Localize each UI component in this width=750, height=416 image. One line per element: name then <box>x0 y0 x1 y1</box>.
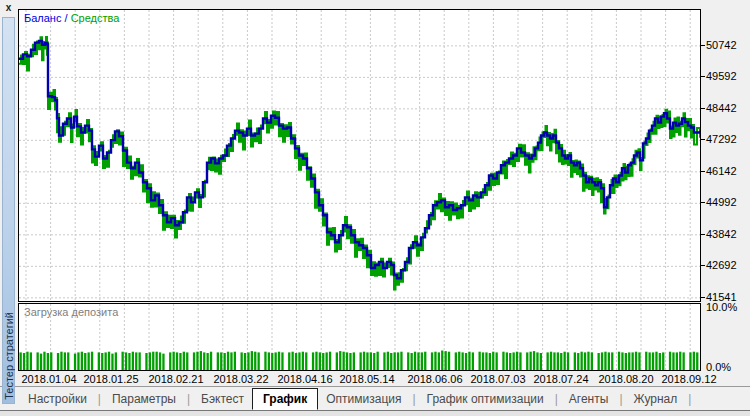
deposit-load-bar <box>176 352 178 370</box>
deposit-load-bar <box>275 352 277 370</box>
deposit-load-bar <box>509 353 511 370</box>
legend-equity-label: Средства <box>71 12 120 24</box>
deposit-load-bar <box>397 352 399 370</box>
deposit-load-bar <box>288 352 290 370</box>
deposit-load-bar <box>37 352 39 370</box>
tab-1[interactable]: Параметры <box>108 390 180 408</box>
tab-6[interactable]: Агенты <box>565 390 613 408</box>
deposit-load-bar <box>632 352 634 370</box>
y-axis-label: 47292 <box>706 133 737 145</box>
deposit-load-bar <box>302 352 304 370</box>
deposit-load-bar <box>152 352 154 370</box>
deposit-load-bar <box>64 352 66 370</box>
x-axis-date-label: 2018.07.03 <box>470 373 525 385</box>
legend-balance-label: Баланс <box>24 12 61 24</box>
x-axis-date-label: 2018.02.21 <box>148 373 203 385</box>
deposit-load-bar <box>60 352 62 370</box>
tab-7[interactable]: Журнал <box>630 390 682 408</box>
deposit-load-bar <box>608 352 610 370</box>
deposit-max-label: 10.0% <box>706 301 737 313</box>
deposit-load-bar <box>604 352 606 370</box>
deposit-load-bar <box>326 352 328 370</box>
deposit-load-bar <box>81 352 83 370</box>
y-axis-label: 44992 <box>706 196 737 208</box>
deposit-load-bar <box>628 352 630 370</box>
deposit-load-bar <box>414 352 416 370</box>
deposit-load-bar <box>227 352 229 370</box>
deposit-load-bar <box>601 352 603 370</box>
deposit-load-bar <box>271 353 273 370</box>
deposit-load-chart[interactable]: Загрузка депозита <box>18 303 701 371</box>
deposit-load-bar <box>149 352 151 370</box>
y-axis-tick <box>701 297 705 298</box>
deposit-load-bar <box>394 352 396 370</box>
deposit-load-bar <box>536 352 538 370</box>
deposit-load-bar <box>145 353 147 370</box>
window-bottom-edge <box>0 411 750 416</box>
deposit-load-bar <box>672 352 674 370</box>
deposit-load-bar <box>295 353 297 370</box>
x-axis-date-label: 2018.07.24 <box>533 373 588 385</box>
deposit-load-bar <box>591 352 593 370</box>
deposit-load-title: Загрузка депозита <box>24 306 118 318</box>
deposit-load-bar <box>458 352 460 370</box>
deposit-min-label: 0.0% <box>706 361 731 373</box>
deposit-load-bar <box>635 352 637 370</box>
deposit-load-bar <box>162 354 164 370</box>
deposit-load-bar <box>438 352 440 370</box>
deposit-load-bar <box>547 352 549 370</box>
deposit-load-bar <box>407 352 409 370</box>
deposit-load-bar <box>88 352 90 370</box>
deposit-load-bar <box>108 352 110 370</box>
tab-separator: | <box>688 392 691 406</box>
deposit-load-bar <box>322 353 324 370</box>
deposit-load-bar <box>43 352 45 370</box>
tab-5[interactable]: График оптимизации <box>423 390 548 408</box>
deposit-load-bar <box>550 352 552 370</box>
balance-chart-canvas[interactable] <box>19 10 700 301</box>
tester-sidebar-strip[interactable]: Тестер стратегий <box>2 17 15 404</box>
tab-active-3[interactable]: График <box>252 388 318 410</box>
deposit-load-bar <box>292 352 294 370</box>
x-axis-date-label: 2018.06.06 <box>407 373 462 385</box>
deposit-load-bar <box>655 352 657 370</box>
deposit-load-bar <box>625 353 627 370</box>
deposit-load-bar <box>489 353 491 370</box>
tab-4[interactable]: Оптимизация <box>322 390 405 408</box>
deposit-load-bar <box>173 352 175 370</box>
deposit-load-bar <box>649 352 651 370</box>
y-axis-label: 43842 <box>706 228 737 240</box>
close-button[interactable]: x <box>2 1 15 15</box>
deposit-load-bar <box>258 352 260 370</box>
deposit-load-bar <box>319 352 321 370</box>
tab-2[interactable]: Бэктест <box>197 390 248 408</box>
tab-0[interactable]: Настройки <box>24 390 91 408</box>
deposit-chart-canvas[interactable] <box>19 304 700 370</box>
deposit-load-bar <box>200 351 202 370</box>
deposit-load-bar <box>156 352 158 370</box>
y-axis-label: 48442 <box>706 102 737 114</box>
balance-equity-chart[interactable]: Баланс / Средства <box>18 9 701 302</box>
deposit-load-bar <box>506 352 508 370</box>
deposit-load-bar <box>696 352 698 370</box>
deposit-load-bar <box>98 352 100 370</box>
deposit-load-bar <box>377 352 379 370</box>
deposit-load-bar <box>183 352 185 370</box>
deposit-load-bar <box>502 352 504 370</box>
y-axis-label: 46142 <box>706 165 737 177</box>
deposit-load-bar <box>329 352 331 370</box>
deposit-load-bar <box>254 352 256 370</box>
deposit-load-bar <box>57 353 59 370</box>
deposit-load-bar <box>47 353 49 370</box>
chart-legend: Баланс / Средства <box>24 12 119 24</box>
deposit-load-bar <box>482 352 484 370</box>
deposit-load-bar <box>638 352 640 370</box>
deposit-load-bar <box>662 352 664 370</box>
x-axis-date-label: 2018.01.25 <box>83 373 138 385</box>
y-axis-tick <box>701 202 705 203</box>
deposit-load-bar <box>683 352 685 370</box>
deposit-load-bar <box>445 351 447 370</box>
deposit-load-bar <box>679 352 681 370</box>
deposit-load-bar <box>77 352 79 370</box>
deposit-load-bar <box>383 352 385 370</box>
